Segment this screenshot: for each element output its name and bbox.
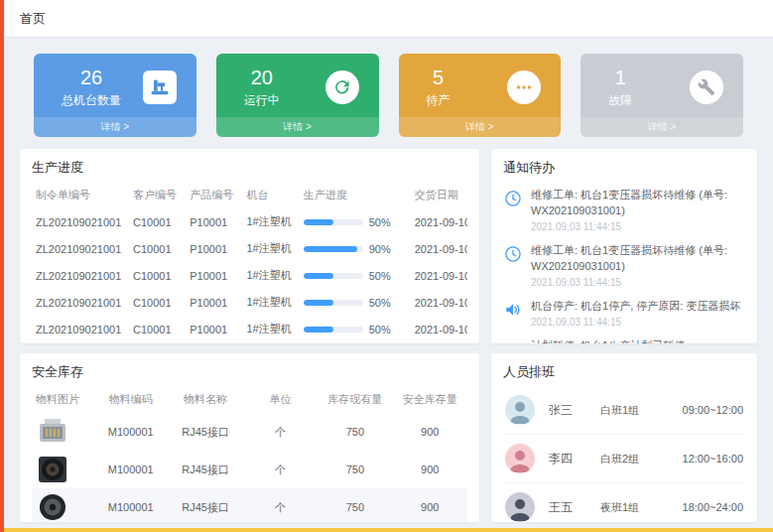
- staff-time: 12:00~16:00: [683, 453, 743, 465]
- customer-cell: C10001: [129, 235, 186, 262]
- safety-inventory-panel: 安全库存 物料图片 物料编码 物料名称 单位 库存现有量 安全库存量: [20, 353, 479, 522]
- notification-content: 维修工单: 机台1变压器损坏待维修 (单号: WX202109031001) 2…: [531, 243, 745, 288]
- inventory-table-header: 物料图片 物料编码 物料名称 单位 库存现有量 安全库存量: [32, 386, 467, 413]
- notification-content: 维修工单: 机台1变压器损坏待维修 (单号: WX202109031001) 2…: [531, 188, 745, 232]
- speaker-image: [32, 488, 93, 522]
- tab-home[interactable]: 首页: [20, 10, 46, 28]
- current-stock-cell: 750: [318, 488, 392, 522]
- staff-time: 18:00~24:00: [683, 501, 743, 513]
- stat-cards-row: 26 总机台数量 详情 > 20 运行中: [0, 38, 773, 149]
- card-waiting[interactable]: 5 待产 详情 >: [399, 54, 562, 137]
- notification-text: 计划暂停: 机台1生产计划已暂停: [531, 338, 685, 343]
- table-row: ZL202109021001 C10001 P10001 1#注塑机 50% 2…: [32, 289, 467, 316]
- staff-name: 王五: [549, 499, 600, 516]
- machine-cell: 1#注塑机: [243, 235, 300, 262]
- rj45-connector-image: [32, 413, 93, 451]
- progress-fill: [304, 219, 333, 225]
- order-cell: ZL202109021001: [32, 316, 129, 342]
- col-product: 产品编号: [186, 182, 242, 208]
- product-cell: P10001: [186, 235, 242, 262]
- product-cell: P10001: [186, 289, 242, 316]
- fault-value: 1: [608, 66, 632, 89]
- ellipsis-icon: [507, 70, 541, 104]
- card-running[interactable]: 20 运行中 详情 >: [216, 54, 379, 137]
- date-cell: 2021-09-10: [411, 208, 467, 235]
- staff-shift: 白班1组: [600, 403, 672, 418]
- total-machines-value: 26: [62, 66, 121, 89]
- card-info: 5 待产: [427, 66, 451, 109]
- progress-track: [304, 327, 363, 332]
- machine-cell: 1#注塑机: [243, 316, 300, 342]
- notification-item[interactable]: 维修工单: 机台1变压器损坏待维修 (单号: WX202109031001) 2…: [503, 237, 745, 293]
- progress-track: [304, 273, 363, 279]
- progress-label: 90%: [369, 243, 391, 255]
- speaker-icon: [503, 300, 523, 320]
- progress-cell: 50%: [300, 316, 411, 342]
- product-cell: P10001: [186, 316, 242, 342]
- customer-cell: C10001: [129, 208, 186, 235]
- clock-icon: [503, 189, 523, 208]
- card-body: 5 待产: [399, 54, 562, 117]
- waiting-value: 5: [427, 66, 451, 89]
- waiting-detail-link[interactable]: 详情 >: [399, 117, 562, 137]
- list-item: 王五 夜班1组 18:00~24:00: [503, 483, 745, 522]
- machine-cell: 1#注塑机: [243, 262, 300, 289]
- date-cell: 2021-09-10: [411, 289, 467, 316]
- window-left-edge: [0, 0, 4, 532]
- col-date: 交货日期: [411, 182, 467, 208]
- notification-time: 2021.09.03 11:44:15: [531, 221, 745, 232]
- notification-item[interactable]: 机台停产: 机台1停产, 停产原因: 变压器损坏 2021.09.03 11:4…: [503, 293, 745, 332]
- progress-track: [304, 219, 363, 225]
- table-row: ZL202109021001 C10001 P10001 1#注塑机 50% 2…: [32, 316, 467, 342]
- product-cell: P10001: [186, 262, 242, 289]
- order-cell: ZL202109021001: [32, 289, 129, 316]
- total-machines-detail-link[interactable]: 详情 >: [34, 117, 196, 137]
- safety-stock-cell: 900: [393, 413, 467, 451]
- speaker-icon: [503, 339, 523, 343]
- notification-item[interactable]: 计划暂停: 机台1生产计划已暂停 2021.09.03 11:44:15: [503, 332, 745, 343]
- window-bottom-edge: [0, 528, 773, 532]
- progress-fill: [304, 273, 333, 279]
- card-body: 20 运行中: [216, 54, 379, 117]
- progress-label: 50%: [369, 270, 391, 282]
- notification-text: 机台停产: 机台1停产, 停产原因: 变压器损坏: [531, 299, 740, 315]
- running-detail-link[interactable]: 详情 >: [216, 117, 379, 137]
- col-material-image: 物料图片: [32, 386, 93, 413]
- notification-content: 计划暂停: 机台1生产计划已暂停 2021.09.03 11:44:15: [531, 338, 685, 343]
- date-cell: 2021-09-10: [411, 316, 467, 342]
- staff-name: 李四: [549, 451, 600, 467]
- order-cell: ZL202109021001: [32, 235, 129, 262]
- speaker-image: [32, 451, 93, 488]
- table-row: M100001 RJ45接口 个 750 900: [32, 451, 467, 488]
- safety-stock-cell: 900: [393, 488, 467, 522]
- inventory-table: 物料图片 物料编码 物料名称 单位 库存现有量 安全库存量: [32, 386, 467, 522]
- card-fault[interactable]: 1 故障 详情 >: [580, 54, 743, 137]
- customer-cell: C10001: [129, 262, 186, 289]
- progress-fill: [304, 300, 333, 306]
- notifications-title: 通知待办: [503, 159, 745, 177]
- staff-shift: 夜班1组: [600, 500, 672, 515]
- current-stock-cell: 750: [318, 413, 392, 451]
- progress-cell: 50%: [300, 208, 411, 235]
- progress-cell: 50%: [300, 289, 411, 316]
- fault-detail-link[interactable]: 详情 >: [580, 117, 743, 137]
- card-total-machines[interactable]: 26 总机台数量 详情 >: [34, 54, 196, 137]
- notification-text: 维修工单: 机台1变压器损坏待维修 (单号: WX202109031001): [531, 243, 745, 275]
- production-table: 制令单编号 客户编号 产品编号 机台 生产进度 交货日期 ZL202109021…: [32, 182, 467, 342]
- table-row: ZL202109021001 C10001 P10001 1#注塑机 90% 2…: [32, 235, 467, 262]
- production-table-header: 制令单编号 客户编号 产品编号 机台 生产进度 交货日期: [32, 182, 467, 208]
- col-unit: 单位: [243, 386, 318, 413]
- unit-cell: 个: [243, 451, 318, 488]
- staff-schedule-title: 人员排班: [503, 363, 745, 381]
- card-info: 26 总机台数量: [62, 66, 121, 109]
- card-info: 1 故障: [608, 66, 632, 109]
- staff-schedule-panel: 人员排班 张三 白班1组 09:00~12:00 李四: [491, 353, 757, 522]
- staff-name: 张三: [549, 402, 600, 419]
- notification-item[interactable]: 维修工单: 机台1变压器损坏待维修 (单号: WX202109031001) 2…: [503, 182, 745, 237]
- progress-fill: [304, 327, 333, 332]
- customer-cell: C10001: [129, 289, 186, 316]
- notification-text: 维修工单: 机台1变压器损坏待维修 (单号: WX202109031001): [531, 188, 745, 219]
- col-material-name: 物料名称: [168, 386, 242, 413]
- machine-icon: [143, 70, 177, 104]
- order-cell: ZL202109021001: [32, 262, 129, 289]
